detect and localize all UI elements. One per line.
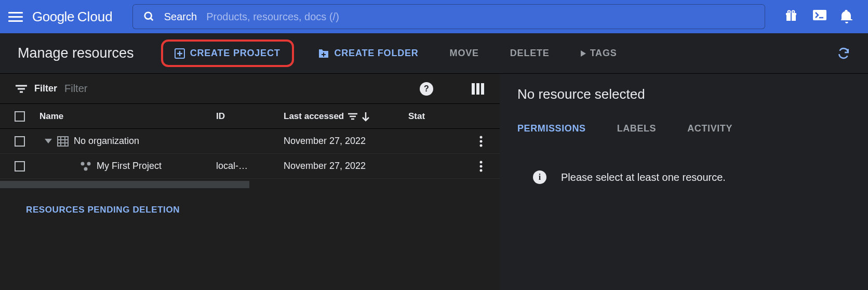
move-label: MOVE — [450, 48, 479, 59]
cloud-shell-icon[interactable] — [813, 10, 826, 23]
filter-input[interactable] — [64, 83, 220, 95]
kebab-icon — [479, 161, 483, 172]
details-panel: No resource selected PERMISSIONS LABELS … — [500, 74, 868, 290]
svg-point-32 — [480, 161, 483, 163]
project-icon — [80, 161, 91, 172]
create-folder-button[interactable]: CREATE FOLDER — [311, 44, 426, 63]
logo-primary: Google — [32, 9, 74, 25]
page-toolbar: Manage resources CREATE PROJECT CREATE F… — [0, 33, 868, 74]
row-name: My First Project — [97, 161, 162, 172]
resources-pending-deletion-link[interactable]: RESOURCES PENDING DELETION — [0, 188, 500, 232]
help-icon[interactable]: ? — [420, 82, 433, 96]
svg-point-5 — [788, 11, 791, 14]
arrow-down-icon — [362, 111, 370, 122]
svg-rect-21 — [58, 137, 68, 146]
delete-button[interactable]: DELETE — [503, 44, 557, 63]
tag-chevron-icon — [581, 50, 586, 57]
move-button[interactable]: MOVE — [443, 44, 486, 63]
filter-bar: Filter ? — [0, 74, 500, 104]
logo-secondary: Cloud — [77, 9, 113, 25]
row-checkbox[interactable] — [15, 136, 25, 147]
row-actions-button[interactable] — [479, 160, 483, 172]
tab-permissions[interactable]: PERMISSIONS — [517, 123, 586, 134]
row-name: No organization — [74, 136, 139, 147]
gift-icon[interactable] — [785, 10, 798, 23]
svg-point-30 — [87, 162, 91, 165]
details-tabs: PERMISSIONS LABELS ACTIVITY — [517, 123, 850, 134]
delete-label: DELETE — [510, 48, 550, 59]
row-last-accessed: November 27, 2022 — [284, 136, 408, 147]
svg-point-6 — [792, 11, 795, 14]
details-message-text: Please select at least one resource. — [561, 172, 726, 183]
filter-label: Filter — [34, 83, 57, 94]
row-actions-button[interactable] — [479, 135, 483, 147]
create-folder-label: CREATE FOLDER — [335, 48, 419, 59]
select-all-checkbox[interactable] — [15, 111, 25, 122]
horizontal-scrollbar[interactable] — [0, 181, 249, 188]
svg-line-1 — [151, 18, 153, 21]
column-selector-button[interactable] — [472, 83, 484, 95]
svg-point-31 — [84, 167, 88, 170]
search-bar[interactable]: Search — [132, 4, 765, 29]
google-cloud-logo[interactable]: Google Cloud — [32, 9, 113, 25]
column-name[interactable]: Name — [39, 111, 216, 122]
details-empty-message: i Please select at least one resource. — [517, 170, 850, 184]
refresh-button[interactable] — [837, 47, 850, 60]
organization-icon — [57, 136, 69, 147]
expand-icon[interactable] — [45, 139, 52, 143]
refresh-icon — [837, 47, 850, 60]
svg-point-29 — [81, 162, 85, 165]
notifications-icon[interactable] — [841, 10, 854, 23]
tab-activity[interactable]: ACTIVITY — [687, 123, 732, 134]
row-last-accessed: November 27, 2022 — [284, 161, 408, 172]
tags-label: TAGS — [590, 48, 617, 59]
column-status[interactable]: Stat — [408, 111, 460, 122]
resource-list-panel: Filter ? Name ID Last accessed Stat — [0, 74, 500, 290]
info-icon: i — [533, 170, 546, 184]
tags-button[interactable]: TAGS — [573, 44, 624, 63]
table-header: Name ID Last accessed Stat — [0, 104, 500, 129]
add-box-icon — [175, 48, 185, 59]
content-area: Filter ? Name ID Last accessed Stat — [0, 74, 868, 290]
svg-point-26 — [480, 136, 483, 138]
svg-point-0 — [145, 12, 152, 19]
table-row[interactable]: No organization November 27, 2022 — [0, 129, 500, 154]
page-title: Manage resources — [18, 45, 134, 61]
row-checkbox[interactable] — [15, 161, 25, 172]
svg-rect-7 — [813, 10, 826, 20]
row-id: local-… — [216, 161, 284, 172]
header-actions — [785, 10, 860, 23]
svg-point-28 — [480, 144, 483, 147]
create-project-button[interactable]: CREATE PROJECT — [161, 39, 294, 67]
column-last-accessed[interactable]: Last accessed — [284, 111, 408, 122]
svg-point-27 — [480, 140, 483, 142]
kebab-icon — [479, 136, 483, 147]
column-id[interactable]: ID — [216, 111, 284, 122]
tab-labels[interactable]: LABELS — [617, 123, 657, 134]
add-folder-icon — [318, 48, 329, 59]
details-title: No resource selected — [517, 86, 850, 102]
search-icon — [143, 11, 155, 22]
top-header: Google Cloud Search — [0, 0, 868, 33]
search-input[interactable] — [206, 11, 754, 23]
filter-sort-icon — [348, 113, 357, 120]
search-label: Search — [164, 11, 197, 23]
menu-icon[interactable] — [8, 9, 23, 24]
svg-point-33 — [480, 165, 483, 167]
filter-icon — [16, 84, 27, 94]
create-project-label: CREATE PROJECT — [190, 48, 281, 59]
svg-rect-4 — [791, 13, 792, 21]
table-row[interactable]: My First Project local-… November 27, 20… — [0, 154, 500, 179]
svg-point-34 — [480, 169, 483, 172]
